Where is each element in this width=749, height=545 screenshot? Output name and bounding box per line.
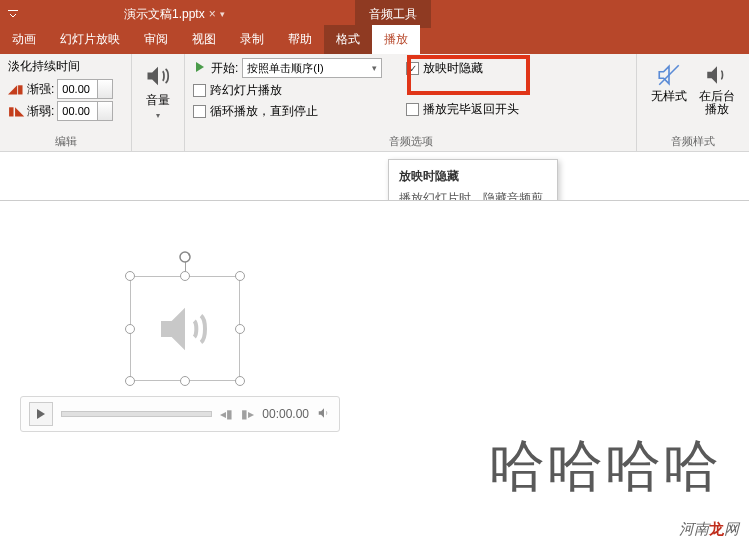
hide-during-show-label: 放映时隐藏 — [423, 60, 483, 77]
fade-in-spinner[interactable]: 00.00 — [57, 79, 113, 99]
resize-handle-n[interactable] — [180, 271, 190, 281]
fade-out-spinner[interactable]: 00.00 — [57, 101, 113, 121]
ribbon: 淡化持续时间 ◢▮ 渐强: 00.00 ▮◣ 渐弱: 00.00 编辑 音量 ▾ — [0, 54, 749, 152]
slide-text-content[interactable]: 哈哈哈哈 — [489, 429, 721, 505]
watermark: 河南龙网 — [679, 520, 739, 539]
fade-duration-label: 淡化持续时间 — [8, 58, 123, 75]
resize-handle-w[interactable] — [125, 324, 135, 334]
no-style-button[interactable]: 无样式 — [648, 58, 690, 132]
fade-out-icon: ▮◣ — [8, 104, 24, 118]
fade-out-label: 渐弱: — [27, 103, 54, 120]
chk-rewind[interactable] — [406, 103, 419, 116]
svg-point-2 — [180, 252, 190, 262]
resize-handle-e[interactable] — [235, 324, 245, 334]
no-style-icon — [656, 62, 682, 88]
player-time: 00:00.00 — [262, 407, 309, 421]
resize-handle-ne[interactable] — [235, 271, 245, 281]
play-button[interactable] — [29, 402, 53, 426]
start-combo[interactable]: 按照单击顺序(I) — [242, 58, 382, 78]
progress-bar[interactable] — [61, 411, 212, 417]
player-volume-icon[interactable] — [317, 406, 331, 423]
rotation-handle-icon[interactable] — [178, 250, 192, 264]
start-label: 开始: — [211, 60, 238, 77]
start-icon — [193, 60, 207, 77]
tab-animations[interactable]: 动画 — [0, 25, 48, 54]
tab-record[interactable]: 录制 — [228, 25, 276, 54]
audio-object-selected[interactable] — [130, 276, 240, 381]
audio-mini-player: ◂▮ ▮▸ 00:00.00 — [20, 396, 340, 432]
dirty-indicator: × — [209, 7, 216, 21]
tab-review[interactable]: 审阅 — [132, 25, 180, 54]
background-play-button[interactable]: 在后台播放 — [696, 58, 738, 132]
group-audio-options: 开始: 按照单击顺序(I) 跨幻灯片播放 循环播放，直到停止 ✓ 放映时隐藏 — [184, 54, 637, 151]
chk-loop[interactable] — [193, 105, 206, 118]
group-label-audio-styles: 音频样式 — [645, 132, 741, 149]
chevron-down-icon: ▾ — [156, 111, 160, 120]
skip-back-icon[interactable]: ◂▮ — [220, 407, 233, 421]
rewind-label: 播放完毕返回开头 — [423, 101, 519, 118]
qat-customize-icon[interactable] — [2, 5, 24, 23]
tooltip-title: 放映时隐藏 — [399, 168, 547, 185]
fade-in-label: 渐强: — [27, 81, 54, 98]
loop-label: 循环播放，直到停止 — [210, 103, 318, 120]
tab-playback[interactable]: 播放 — [372, 25, 420, 54]
chk-hide-during-show[interactable]: ✓ — [406, 62, 419, 75]
cross-slides-label: 跨幻灯片播放 — [210, 82, 282, 99]
slide-canvas[interactable]: ◂▮ ▮▸ 00:00.00 哈哈哈哈 河南龙网 — [0, 200, 749, 545]
group-label-edit: 编辑 — [8, 132, 123, 149]
title-bar: 演示文稿1.pptx × ▾ 音频工具 — [0, 0, 749, 28]
audio-clip-speaker-icon — [144, 290, 226, 367]
group-audio-styles: 无样式 在后台播放 音频样式 — [637, 54, 749, 151]
ribbon-tab-row: 动画 幻灯片放映 审阅 视图 录制 帮助 格式 播放 — [0, 28, 749, 54]
background-play-icon — [704, 62, 730, 88]
group-volume: 音量 ▾ — [132, 54, 184, 151]
volume-button[interactable]: 音量 ▾ — [140, 58, 176, 147]
resize-handle-nw[interactable] — [125, 271, 135, 281]
document-title: 演示文稿1.pptx — [124, 6, 205, 23]
group-edit: 淡化持续时间 ◢▮ 渐强: 00.00 ▮◣ 渐弱: 00.00 编辑 — [0, 54, 132, 151]
tab-slideshow[interactable]: 幻灯片放映 — [48, 25, 132, 54]
tab-help[interactable]: 帮助 — [276, 25, 324, 54]
play-icon — [36, 409, 46, 419]
resize-handle-se[interactable] — [235, 376, 245, 386]
title-caret-icon[interactable]: ▾ — [220, 9, 225, 19]
speaker-icon — [144, 62, 172, 90]
resize-handle-sw[interactable] — [125, 376, 135, 386]
chk-cross-slides[interactable] — [193, 84, 206, 97]
skip-forward-icon[interactable]: ▮▸ — [241, 407, 254, 421]
svg-rect-0 — [8, 10, 18, 11]
tab-view[interactable]: 视图 — [180, 25, 228, 54]
fade-in-icon: ◢▮ — [8, 82, 24, 96]
tab-format[interactable]: 格式 — [324, 25, 372, 54]
resize-handle-s[interactable] — [180, 376, 190, 386]
contextual-tab-audio-tools: 音频工具 — [355, 0, 431, 28]
group-label-audio-options: 音频选项 — [193, 132, 628, 149]
